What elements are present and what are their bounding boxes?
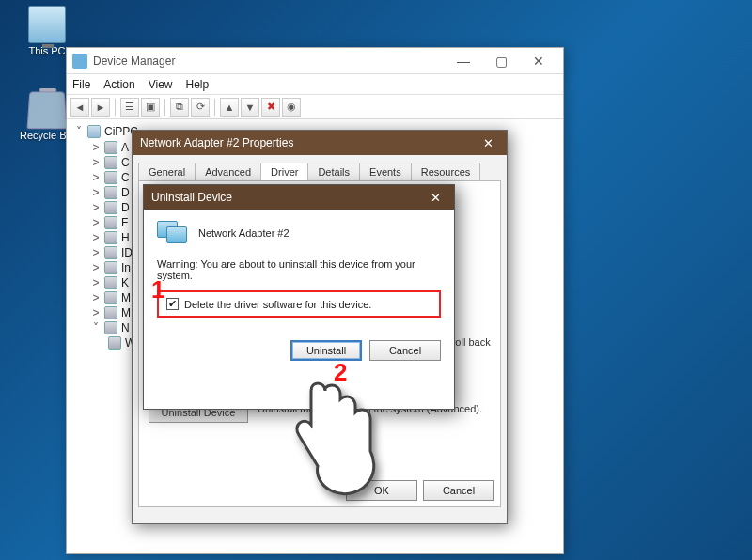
delete-driver-label: Delete the driver software for this devi…	[184, 299, 371, 310]
toolbar-up-icon[interactable]: ☰	[120, 98, 139, 117]
tree-category-label: M	[121, 306, 131, 319]
toolbar-disable-icon[interactable]: ▼	[241, 98, 259, 117]
uninstall-device-name: Network Adapter #2	[198, 227, 290, 239]
expand-icon[interactable]: >	[91, 201, 101, 214]
device-manager-titlebar[interactable]: Device Manager — ▢ ✕	[67, 48, 563, 74]
properties-close-icon[interactable]: ✕	[477, 133, 499, 152]
expand-icon[interactable]: >	[91, 171, 101, 184]
device-category-icon	[104, 276, 118, 289]
toolbar-enable-icon[interactable]: ▲	[220, 98, 239, 117]
tree-category-label: D	[121, 186, 130, 199]
network-adapter-icon	[157, 221, 189, 245]
toolbar-separator	[115, 99, 116, 116]
properties-cancel-button[interactable]: Cancel	[423, 480, 494, 501]
device-manager-toolbar: ◄ ► ☰ ▣ ⧉ ⟳ ▲ ▼ ✖ ◉	[67, 95, 563, 119]
close-button[interactable]: ✕	[520, 48, 557, 74]
toolbar-back-icon[interactable]: ◄	[70, 98, 89, 117]
expand-icon[interactable]: ˅	[91, 321, 101, 334]
device-category-icon	[104, 201, 118, 214]
expand-icon[interactable]: >	[91, 291, 101, 304]
callout-2: 2	[334, 358, 347, 387]
device-manager-title: Device Manager	[93, 54, 445, 68]
tab-details[interactable]: Details	[307, 163, 360, 180]
tab-advanced[interactable]: Advanced	[195, 163, 261, 180]
uninstall-confirm-button[interactable]: Uninstall	[290, 340, 362, 361]
computer-icon	[87, 125, 101, 138]
expand-icon[interactable]: >	[91, 246, 101, 259]
maximize-button[interactable]: ▢	[482, 48, 520, 74]
expand-icon[interactable]: >	[91, 186, 101, 199]
properties-ok-button[interactable]: OK	[346, 480, 417, 501]
device-category-icon	[104, 321, 118, 334]
device-category-icon	[104, 246, 118, 259]
toolbar-separator	[214, 99, 215, 116]
device-category-icon	[104, 216, 118, 229]
tree-category-label: H	[121, 231, 130, 244]
this-pc-icon	[28, 6, 66, 43]
uninstall-title: Uninstall Device	[151, 191, 424, 204]
collapse-icon[interactable]: ˅	[74, 125, 84, 138]
tree-category-label: In	[121, 261, 131, 274]
tab-events[interactable]: Events	[359, 163, 412, 180]
menu-file[interactable]: File	[72, 78, 90, 91]
uninstall-close-icon[interactable]: ✕	[424, 188, 446, 207]
device-category-icon	[104, 156, 118, 169]
tree-category-label: F	[121, 216, 128, 229]
device-category-icon	[104, 291, 118, 304]
uninstall-cancel-button[interactable]: Cancel	[369, 340, 441, 361]
device-category-icon	[104, 261, 118, 274]
device-category-icon	[104, 306, 118, 319]
device-category-icon	[104, 171, 118, 184]
recycle-bin-icon	[27, 91, 68, 129]
properties-tabstrip: General Advanced Driver Details Events R…	[133, 155, 507, 180]
device-category-icon	[104, 141, 118, 154]
toolbar-tree-icon[interactable]: ⧉	[170, 98, 189, 117]
uninstall-warning-text: Warning: You are about to uninstall this…	[157, 258, 441, 281]
expand-icon[interactable]: >	[91, 231, 101, 244]
delete-driver-checkbox-row[interactable]: ✔ Delete the driver software for this de…	[157, 290, 441, 318]
device-manager-menubar: File Action View Help	[67, 74, 563, 95]
device-category-icon	[104, 186, 118, 199]
properties-titlebar[interactable]: Network Adapter #2 Properties ✕	[133, 131, 507, 155]
tree-category-label: D	[121, 201, 130, 214]
expand-icon[interactable]: >	[91, 141, 101, 154]
tree-category-label: M	[121, 291, 131, 304]
tab-general[interactable]: General	[138, 163, 196, 180]
toolbar-delete-icon[interactable]: ✖	[261, 98, 280, 117]
toolbar-update-icon[interactable]: ◉	[282, 98, 301, 117]
tab-driver[interactable]: Driver	[260, 163, 308, 180]
toolbar-separator	[164, 99, 165, 116]
expand-icon[interactable]: >	[91, 156, 101, 169]
toolbar-refresh-icon[interactable]: ⟳	[191, 98, 210, 117]
delete-driver-checkbox[interactable]: ✔	[166, 298, 179, 310]
menu-view[interactable]: View	[149, 78, 173, 91]
properties-title: Network Adapter #2 Properties	[140, 136, 477, 149]
tree-category-label: K	[121, 276, 129, 289]
expand-icon[interactable]: >	[91, 276, 101, 289]
tab-resources[interactable]: Resources	[411, 163, 481, 180]
tree-category-label: C	[121, 156, 130, 169]
adapter-icon	[108, 336, 121, 350]
toolbar-forward-icon[interactable]: ►	[91, 98, 110, 117]
tree-category-label: C	[121, 171, 130, 184]
uninstall-device-dialog: Uninstall Device ✕ Network Adapter #2 Wa…	[143, 184, 455, 410]
menu-help[interactable]: Help	[186, 78, 210, 91]
device-category-icon	[104, 231, 118, 244]
minimize-button[interactable]: —	[445, 48, 482, 74]
expand-icon[interactable]: >	[91, 306, 101, 319]
menu-action[interactable]: Action	[103, 78, 134, 91]
device-manager-icon	[72, 54, 87, 69]
callout-1: 1	[151, 275, 164, 304]
tree-category-label: N	[121, 321, 130, 334]
expand-icon[interactable]: >	[91, 216, 101, 229]
expand-icon[interactable]: >	[91, 261, 101, 274]
toolbar-properties-icon[interactable]: ▣	[141, 98, 160, 117]
uninstall-titlebar[interactable]: Uninstall Device ✕	[144, 185, 454, 210]
tree-category-label: A	[121, 141, 129, 154]
